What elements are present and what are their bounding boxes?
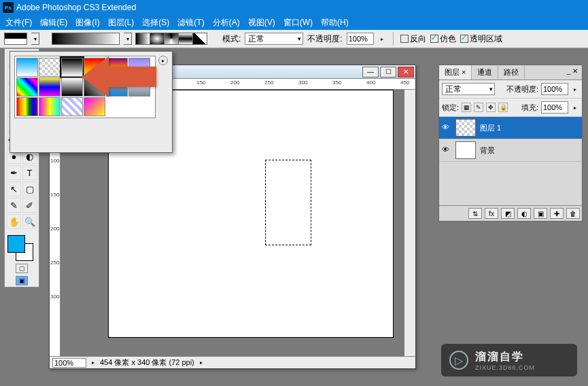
- close-button[interactable]: ✕: [398, 67, 414, 77]
- gradient-linear[interactable]: [135, 33, 150, 45]
- layer-mask-icon[interactable]: ◩: [501, 208, 515, 219]
- gradient-preset[interactable]: [39, 77, 60, 96]
- lock-all-icon[interactable]: 🔒: [498, 103, 508, 112]
- tool-path[interactable]: ↖: [7, 181, 21, 196]
- link-layers-icon[interactable]: ⇅: [468, 208, 482, 219]
- tool-hand[interactable]: ✋: [7, 214, 21, 229]
- lock-pixels-icon[interactable]: ✎: [474, 103, 483, 112]
- app-icon: Ps: [3, 2, 14, 13]
- gradient-radial[interactable]: [150, 33, 165, 45]
- gradient-preset[interactable]: [128, 58, 150, 77]
- tab-paths[interactable]: 路径: [498, 65, 525, 80]
- watermark-url: ZIXUE.3D66.COM: [475, 364, 535, 371]
- tool-notes[interactable]: ✎: [7, 198, 21, 213]
- layers-footer: ⇅ fx ◩ ◐ ▣ ✚ 🗑: [439, 205, 582, 221]
- layer-row[interactable]: 👁 图层 1: [439, 117, 582, 139]
- mode-select[interactable]: 正常: [245, 33, 303, 45]
- delete-layer-icon[interactable]: 🗑: [566, 208, 580, 219]
- gradient-preset[interactable]: [39, 97, 60, 116]
- zoom-stepper[interactable]: ▸: [92, 359, 94, 366]
- tool-type[interactable]: T: [22, 165, 37, 180]
- gradient-reflected[interactable]: [178, 33, 193, 45]
- menu-image[interactable]: 图像(I): [73, 16, 102, 30]
- reverse-label: 反向: [410, 34, 426, 43]
- tool-pen[interactable]: ✒: [7, 165, 21, 180]
- gradient-diamond[interactable]: [192, 33, 207, 45]
- zoom-input[interactable]: 100%: [52, 358, 86, 368]
- panel-tabs: 图层 × 通道 路径 _ ✕: [439, 65, 582, 80]
- tool-preset-drop[interactable]: ▾: [31, 33, 39, 45]
- gradient-preset[interactable]: [106, 58, 128, 77]
- gradient-preset[interactable]: [61, 77, 83, 96]
- gradient-preset[interactable]: [16, 77, 38, 96]
- layer-thumbnail[interactable]: [455, 119, 476, 137]
- tool-eyedrop[interactable]: ✐: [22, 198, 37, 213]
- maximize-button[interactable]: ☐: [380, 67, 396, 77]
- opacity-input[interactable]: 100%: [347, 33, 374, 45]
- gradient-preset[interactable]: [84, 97, 105, 116]
- gradient-preset[interactable]: [106, 77, 128, 96]
- fill-input[interactable]: 100%: [541, 101, 568, 113]
- gradient-preset[interactable]: [61, 97, 83, 116]
- layer-name[interactable]: 图层 1: [480, 123, 501, 133]
- foreground-color[interactable]: [7, 235, 25, 253]
- menu-view[interactable]: 视图(V): [245, 16, 278, 30]
- layer-thumbnail[interactable]: [455, 141, 476, 159]
- screenmode-icon[interactable]: ▣: [16, 276, 28, 285]
- menu-help[interactable]: 帮助(H): [318, 16, 351, 30]
- tool-shape[interactable]: ▢: [22, 181, 37, 196]
- menu-select[interactable]: 选择(S): [139, 16, 172, 30]
- gradient-preset[interactable]: [128, 77, 150, 96]
- gradient-preset[interactable]: [84, 77, 105, 96]
- lock-position-icon[interactable]: ✥: [486, 103, 496, 112]
- menu-window[interactable]: 窗口(W): [281, 16, 315, 30]
- dither-checkbox[interactable]: [430, 35, 438, 43]
- adjustment-layer-icon[interactable]: ◐: [517, 208, 531, 219]
- layer-fx-icon[interactable]: fx: [485, 208, 498, 219]
- new-layer-icon[interactable]: ✚: [550, 208, 564, 219]
- color-swatches[interactable]: [6, 234, 37, 261]
- quickmask-icon[interactable]: ▢: [16, 264, 28, 273]
- layer-row[interactable]: 👁 背景: [439, 139, 582, 162]
- gradient-preset[interactable]: [61, 58, 83, 77]
- menu-analysis[interactable]: 分析(A): [210, 16, 243, 30]
- layer-opacity-stepper[interactable]: ▸: [571, 86, 579, 92]
- opacity-stepper[interactable]: ▸: [378, 36, 386, 42]
- gradient-preset[interactable]: [16, 58, 38, 77]
- menu-edit[interactable]: 编辑(E): [37, 16, 70, 30]
- lock-icons: ▦ ✎ ✥ 🔒: [462, 103, 508, 112]
- tool-zoom[interactable]: 🔍: [22, 214, 37, 229]
- gradient-preset[interactable]: [84, 58, 105, 77]
- gradient-type-group: [136, 33, 207, 45]
- tab-layers[interactable]: 图层 ×: [439, 65, 472, 80]
- reverse-checkbox[interactable]: [400, 35, 409, 43]
- visibility-icon[interactable]: 👁: [442, 123, 451, 133]
- gradient-swatch-drop[interactable]: ▾: [124, 33, 132, 45]
- gradient-preset[interactable]: [39, 58, 60, 77]
- transparent-checkbox[interactable]: [460, 35, 468, 43]
- watermark-title: 溜溜自学: [475, 350, 535, 364]
- gradient-preset-grid: [14, 56, 156, 118]
- status-bar: 100% ▸ 454 像素 x 340 像素 (72 ppi) ▸: [50, 356, 415, 368]
- gradient-picker-popup[interactable]: ▸: [10, 51, 173, 153]
- visibility-icon[interactable]: 👁: [442, 145, 451, 155]
- blend-mode-select[interactable]: 正常: [442, 83, 495, 95]
- gradient-preset[interactable]: [16, 97, 38, 116]
- layer-name[interactable]: 背景: [480, 145, 495, 156]
- status-menu[interactable]: ▸: [200, 359, 203, 366]
- tab-channels[interactable]: 通道: [472, 65, 498, 80]
- menu-filter[interactable]: 滤镜(T): [175, 16, 207, 30]
- play-icon: ▷: [449, 351, 468, 370]
- gradient-picker-menu-icon[interactable]: ▸: [158, 56, 168, 65]
- tool-preset-swatch[interactable]: [4, 33, 27, 45]
- lock-transparent-icon[interactable]: ▦: [462, 103, 471, 112]
- menu-file[interactable]: 文件(F): [3, 16, 35, 30]
- layer-opacity-input[interactable]: 100%: [541, 83, 568, 95]
- panel-menu-icon[interactable]: _ ✕: [563, 65, 582, 80]
- gradient-swatch[interactable]: [52, 33, 120, 45]
- menu-layer[interactable]: 图层(L): [105, 16, 137, 30]
- minimize-button[interactable]: —: [362, 67, 379, 77]
- gradient-angle[interactable]: [164, 33, 179, 45]
- new-group-icon[interactable]: ▣: [534, 208, 547, 219]
- fill-stepper[interactable]: ▸: [571, 105, 579, 111]
